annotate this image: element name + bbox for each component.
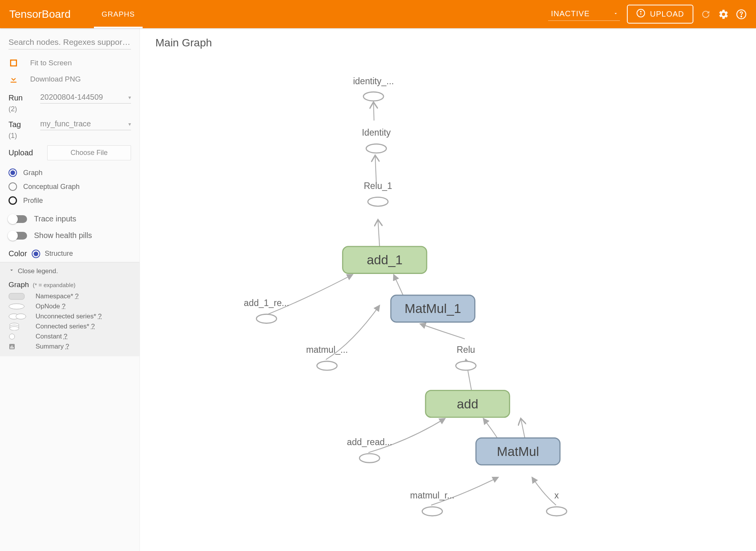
search-input[interactable] (9, 35, 131, 49)
op-node[interactable] (368, 197, 388, 206)
op-node[interactable] (422, 507, 442, 516)
main-layout: Fit to Screen Download PNG Run 20200804-… (0, 28, 756, 551)
op-node[interactable] (359, 454, 380, 463)
radio-conceptual[interactable]: Conceptual Graph (9, 180, 131, 194)
node-label: Identity (362, 128, 391, 138)
health-pills-label: Show health pills (34, 231, 92, 240)
refresh-icon[interactable] (700, 9, 711, 20)
radio-profile-label: Profile (23, 197, 43, 205)
app-logo: TensorBoard (9, 8, 71, 20)
app-header: TensorBoard GRAPHS INACTIVE UPLOAD (0, 0, 756, 28)
color-label: Color (9, 249, 27, 258)
node-label: identity_... (353, 76, 394, 86)
help-icon[interactable]: ? (98, 313, 102, 320)
legend-toggle-label: Close legend. (18, 267, 58, 275)
gear-icon[interactable] (718, 9, 729, 20)
header-tabs: GRAPHS (94, 0, 143, 28)
op-box-label: add_1 (367, 253, 403, 267)
canvas-title: Main Graph (155, 37, 212, 49)
node-label: Relu (457, 345, 475, 355)
svg-rect-17 (13, 347, 14, 349)
fit-screen-icon (9, 58, 19, 68)
op-node[interactable] (256, 314, 276, 323)
fit-label: Fit to Screen (30, 59, 72, 67)
legend-opnode: OpNode ? (9, 301, 131, 311)
radio-profile[interactable]: Profile (9, 194, 131, 207)
op-node[interactable] (363, 92, 383, 101)
node-label: x (554, 490, 559, 500)
inactive-selector[interactable]: INACTIVE (548, 8, 620, 21)
graph-canvas[interactable]: Main Graph identity_... (140, 28, 756, 551)
svg-rect-16 (12, 345, 12, 349)
legend-section: Close legend. Graph (* = expandable) Nam… (0, 262, 140, 356)
help-icon[interactable] (736, 9, 747, 20)
legend-namespace: Namespace* ? (9, 291, 131, 301)
legend-unconnected: Unconnected series* ? (9, 311, 131, 321)
legend-title: Graph (* = expandable) (9, 281, 131, 289)
namespace-icon (9, 293, 28, 300)
legend-connected-label: Connected series* (36, 323, 91, 330)
legend-summary-label: Summary (36, 343, 65, 350)
choose-file-button[interactable]: Choose File (47, 145, 131, 160)
legend-connected: Connected series* ? (9, 321, 131, 332)
opnode-icon (9, 303, 28, 310)
edge (420, 324, 465, 339)
health-pills-toggle[interactable] (9, 232, 27, 240)
graph-type-radio-group: Graph Conceptual Graph Profile (0, 163, 140, 211)
edge (373, 102, 374, 121)
fit-to-screen-button[interactable]: Fit to Screen (9, 55, 131, 71)
trace-inputs-label: Trace inputs (34, 214, 76, 223)
help-icon[interactable]: ? (64, 333, 67, 340)
upload-label: UPLOAD (650, 10, 684, 19)
edge (368, 418, 445, 452)
node-label: add_read... (347, 437, 392, 447)
trace-inputs-toggle-row: Trace inputs (0, 211, 140, 227)
run-value: 20200804-144509 (40, 93, 103, 102)
legend-summary: Summary ? (9, 342, 131, 352)
inactive-label: INACTIVE (551, 9, 590, 18)
legend-opnode-label: OpNode (36, 303, 62, 310)
upload-button[interactable]: UPLOAD (627, 5, 693, 24)
radio-icon (9, 196, 17, 205)
help-icon[interactable]: ? (91, 323, 95, 330)
tag-select[interactable]: my_func_trace ▾ (40, 119, 131, 130)
svg-point-7 (9, 304, 24, 309)
svg-rect-6 (9, 293, 24, 299)
color-value: Structure (45, 250, 73, 258)
legend-constant: Constant ? (9, 332, 131, 342)
run-count: (2) (9, 105, 140, 113)
run-select[interactable]: 20200804-144509 ▾ (40, 92, 131, 104)
constant-icon (9, 333, 28, 340)
legend-toggle[interactable]: Close legend. (9, 267, 131, 275)
node-label: matmul_r... (410, 490, 455, 500)
op-box-label: MatMul (497, 444, 539, 459)
help-icon[interactable]: ? (62, 303, 65, 310)
svg-rect-5 (10, 60, 16, 66)
radio-icon (9, 168, 17, 177)
help-icon[interactable]: ? (75, 293, 78, 300)
radio-graph[interactable]: Graph (9, 166, 131, 180)
op-box-label: add (457, 397, 478, 411)
node-label: add_1_re... (244, 298, 289, 308)
op-node[interactable] (317, 361, 337, 370)
svg-point-2 (640, 11, 641, 12)
radio-graph-label: Graph (23, 169, 43, 177)
op-node[interactable] (547, 507, 567, 516)
health-pills-toggle-row: Show health pills (0, 227, 140, 244)
edge (378, 219, 380, 247)
legend-unconnected-label: Unconnected series* (36, 313, 98, 320)
header-right: INACTIVE UPLOAD (548, 5, 747, 24)
edge (532, 477, 556, 505)
tag-count: (1) (9, 132, 140, 140)
op-node[interactable] (366, 144, 386, 153)
download-label: Download PNG (30, 75, 81, 83)
trace-inputs-toggle[interactable] (9, 215, 27, 223)
color-radio[interactable] (32, 250, 40, 258)
help-icon[interactable]: ? (65, 343, 69, 350)
download-png-button[interactable]: Download PNG (9, 71, 131, 87)
node-label: Relu_1 (364, 181, 392, 191)
legend-note: (* = expandable) (33, 282, 76, 288)
op-node[interactable] (456, 361, 476, 370)
svg-point-9 (16, 314, 26, 319)
tab-graphs[interactable]: GRAPHS (94, 0, 143, 28)
